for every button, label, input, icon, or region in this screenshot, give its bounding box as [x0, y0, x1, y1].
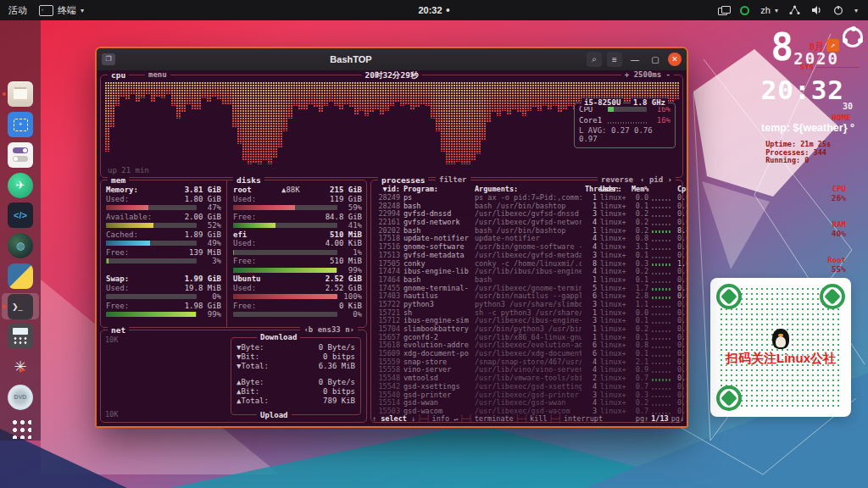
input-method-switcher[interactable]: zh ▾ [760, 5, 778, 15]
footer-separator: ├─┤ [417, 414, 430, 423]
footer-separator: ├─┤ [459, 414, 472, 423]
footer-key-select[interactable]: ↑ select ↓ [372, 414, 415, 423]
screenshot-icon: + [8, 112, 33, 137]
maximize-button[interactable]: ▢ [648, 52, 663, 67]
chevron-down-icon: ▾ [775, 7, 778, 14]
conky-stat-ram: RAM40% [832, 220, 846, 238]
tweaks-icon [8, 142, 33, 168]
close-button[interactable]: ✕ [668, 53, 682, 66]
tux-penguin-icon [772, 329, 789, 349]
meter-label-row: Memory:3.81 GiB [106, 186, 221, 195]
cpu-freq-label: 1.8 GHz [631, 98, 668, 107]
net-interface-control[interactable]: ‹b ens33 n› [300, 325, 358, 334]
meter-label-row: Swap:1.99 GiB [106, 274, 221, 284]
net-box-title: net [108, 325, 129, 335]
workspaces-icon[interactable] [718, 6, 729, 14]
meter-label-row: Used:119 GiB [233, 195, 362, 204]
meter-label-row: Cached:1.89 GiB [106, 230, 221, 240]
footer-key-interrupt[interactable]: interrupt [564, 414, 603, 423]
running-indicator-dot [3, 92, 6, 96]
clock-label: 20:32 [418, 5, 442, 15]
search-icon[interactable]: ⌕ [587, 52, 602, 67]
window-title: BashTOP [120, 54, 581, 64]
meter-label-row: Free:0 KiB [233, 302, 362, 311]
qr-code-card: 扫码关注Linux公社 [710, 278, 851, 417]
meter-label-row: Used:1.80 GiB [106, 195, 221, 204]
network-icon[interactable] [789, 5, 800, 15]
meter-label-row: Free:84.8 GiB [233, 213, 362, 222]
meter-bar-row: 59% [233, 203, 362, 213]
files-icon [8, 81, 33, 107]
net-stat-row: ▼Bit:0 bitps [231, 352, 360, 362]
menu-button[interactable]: menu [145, 70, 170, 79]
volume-icon[interactable] [811, 5, 822, 15]
dock-item-tweaks[interactable] [2, 142, 39, 169]
cpu-box: cpu menu 20时32分29秒 + 2500ms - up 21 min … [100, 75, 683, 178]
core1-pct: 16% [650, 116, 670, 125]
ubuntu-logo-icon [843, 27, 863, 47]
hamburger-menu-icon[interactable]: ≡ [607, 52, 622, 67]
browser-icon: ◍ [8, 233, 33, 258]
page-up-key[interactable]: pg↑ [636, 414, 648, 423]
screen-recorder-icon[interactable] [740, 6, 749, 15]
dock-item-app-grid[interactable] [2, 414, 39, 441]
net-stat-row: ▲Total:789 KiB [231, 396, 360, 406]
footer-key-terminate[interactable]: terminate [475, 414, 514, 423]
dvd-icon: DVD [8, 385, 33, 410]
dock-item-files[interactable] [2, 81, 39, 108]
calculator-icon [8, 324, 33, 349]
dock-item-android-studio[interactable]: ✈ [2, 172, 39, 198]
minimize-button[interactable]: — [627, 52, 643, 67]
terminal-app-icon: › [39, 5, 53, 16]
cpu-box-title: cpu [108, 70, 129, 80]
bashtop-terminal: cpu menu 20时32分29秒 + 2500ms - up 21 min … [97, 71, 687, 426]
meter-bar-row: 99% [233, 266, 362, 275]
mem-pane: Memory:3.81 GiBUsed:1.80 GiB47%Available… [106, 186, 221, 324]
clock[interactable]: 20:32 [418, 5, 449, 15]
system-menu-chevron-icon[interactable]: ▾ [854, 7, 858, 14]
meter-bar-row: 100% [233, 292, 362, 302]
disks-pane: root▲88K215 GiBUsed:119 GiB59%Free:84.8 … [233, 186, 362, 324]
uptime-label: up 21 min [108, 166, 149, 175]
footer-key-kill[interactable]: kill [530, 414, 547, 423]
dock-item-screenshot[interactable]: + [2, 112, 39, 138]
page-indicator: 1/13 [651, 414, 668, 423]
chevron-down-icon: ▾ [81, 7, 84, 14]
cpu-info-panel: i5-8250U 1.8 GHz CPU 16% Core1 16% L AVG… [574, 103, 676, 148]
dock-item-web-tool[interactable]: ✳➤ [2, 354, 39, 380]
notification-dot-icon [447, 8, 450, 12]
cpu-total-meter [608, 107, 647, 112]
upload-label: Upload [257, 411, 292, 419]
meter-label-row: Free:1.98 GiB [106, 302, 221, 311]
net-stats-panel: Download ▼Byte:0 Byte/s▼Bit:0 bitps▼Tota… [231, 337, 361, 415]
conky-temp: temp: ${weather} ° [761, 122, 854, 134]
dock-item-terminal[interactable]: ❯_ [2, 293, 39, 319]
window-titlebar[interactable]: ❐ BashTOP ⌕ ≡ — ▢ ✕ [97, 48, 687, 71]
processes-list: 28249psps ax -o pid:7=Pid:,comm: 1linux+… [371, 194, 682, 416]
dock-item-calculator[interactable] [2, 324, 39, 350]
dock-item-dvd[interactable]: DVD [2, 385, 39, 411]
sort-control[interactable]: ‹ pid › [637, 175, 676, 184]
net-stat-row: ▲Byte:0 Byte/s [231, 378, 360, 387]
filter-button[interactable]: filter [436, 175, 470, 184]
conky-seconds: 30 [843, 102, 853, 111]
disk-header-row: efi510 MiB [233, 230, 362, 240]
footer-key-info[interactable]: info ↵ [432, 414, 459, 423]
net-box: net ‹b ens33 n› 10K 10K Download ▼Byte:0… [100, 330, 367, 423]
dock-item-vscode[interactable]: </> [2, 202, 39, 229]
refresh-interval-control[interactable]: + 2500ms - [621, 70, 674, 79]
meter-bar-row: 49% [106, 239, 221, 248]
cpu-model-label: i5-8250U [581, 98, 623, 107]
reverse-button[interactable]: reverse [598, 175, 637, 184]
app-menu[interactable]: › 终端 ▾ [39, 4, 84, 17]
activities-button[interactable]: 活动 [8, 4, 27, 17]
core1-label: Core1 [579, 116, 604, 125]
dock-item-python[interactable] [2, 263, 39, 290]
window-app-icon: ❐ [102, 53, 115, 65]
page-down-key[interactable]: pg↓ [671, 414, 684, 423]
dock-item-browser[interactable]: ◍ [2, 233, 39, 259]
running-indicator-dot [3, 305, 6, 308]
meter-bar-row: 52% [106, 221, 221, 230]
power-icon[interactable] [833, 5, 843, 15]
processes-box-title: processes [378, 175, 428, 185]
